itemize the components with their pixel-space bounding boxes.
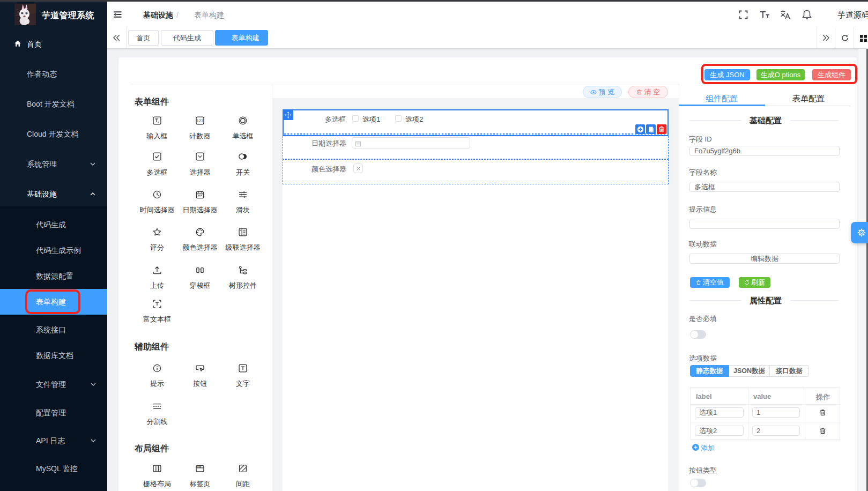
svg-text:123: 123 xyxy=(197,118,204,123)
svg-text:TAB: TAB xyxy=(197,466,200,468)
